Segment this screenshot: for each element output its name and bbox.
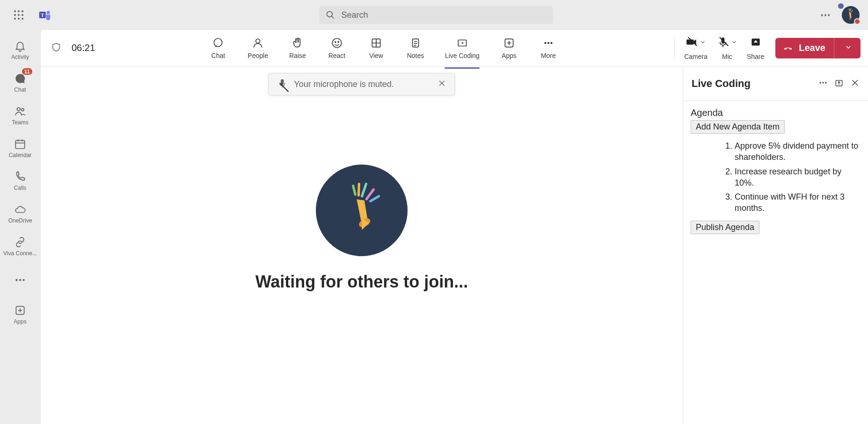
svg-text:T: T (41, 13, 44, 18)
toolbar-label: Chat (212, 52, 226, 59)
toolbar-notes[interactable]: Notes (401, 34, 430, 62)
rail-viva[interactable]: Viva Conne... (1, 231, 39, 262)
svg-point-33 (338, 41, 339, 42)
svg-point-6 (14, 18, 16, 20)
control-label: Mic (722, 53, 732, 60)
control-label: Share (747, 53, 764, 60)
panel-close-icon[interactable] (850, 78, 860, 89)
app-rail: Activity 11 Chat Teams Calendar Calls On… (0, 30, 40, 424)
rail-label: OneDrive (8, 217, 32, 224)
leave-button[interactable]: Leave (775, 38, 861, 58)
rail-label: Calls (14, 185, 27, 191)
toolbar-label: Raise (289, 52, 306, 59)
leave-label: Leave (799, 43, 825, 53)
add-agenda-button[interactable]: Add New Agenda Item (691, 120, 785, 134)
toolbar-raise[interactable]: Raise (283, 34, 312, 62)
panel-popout-icon[interactable] (834, 78, 844, 89)
toast-close-icon[interactable] (438, 79, 446, 89)
svg-point-65 (825, 82, 826, 83)
svg-point-47 (547, 42, 549, 43)
more-icon (14, 274, 26, 286)
svg-rect-49 (722, 37, 725, 43)
camera-off-icon (686, 36, 698, 50)
rail-chat[interactable]: 11 Chat (1, 67, 39, 98)
apps-add-icon (14, 304, 26, 316)
link-icon (14, 236, 26, 248)
share-control[interactable]: Share (744, 34, 767, 62)
svg-point-18 (22, 108, 24, 111)
toast-message: Your microphone is muted. (294, 79, 394, 89)
svg-rect-53 (281, 79, 284, 85)
mic-control[interactable]: Mic (714, 34, 740, 62)
toolbar-label: Live Coding (445, 52, 480, 59)
svg-point-31 (332, 38, 342, 48)
svg-point-0 (14, 10, 16, 12)
more-icon (542, 37, 554, 49)
code-video-icon (456, 37, 468, 49)
toolbar-people[interactable]: People (243, 34, 273, 62)
svg-point-2 (22, 10, 23, 12)
meeting-timer: 06:21 (72, 43, 95, 53)
svg-marker-42 (462, 42, 464, 43)
rail-activity[interactable]: Activity (1, 35, 39, 65)
rail-calls[interactable]: Calls (1, 165, 39, 196)
rail-label: Apps (14, 318, 26, 325)
toolbar-view[interactable]: View (362, 34, 391, 62)
svg-line-62 (351, 186, 357, 194)
svg-point-24 (19, 279, 21, 281)
chat-badge: 11 (22, 68, 32, 75)
toolbar-live-coding[interactable]: Live Coding (440, 34, 484, 62)
notes-icon (409, 37, 422, 49)
search-input[interactable]: Search (319, 6, 553, 24)
svg-point-7 (18, 18, 20, 20)
waiting-message: Waiting for others to join... (255, 272, 468, 292)
meeting-toolbar: 06:21 Chat People Raise React (41, 30, 868, 66)
panel-more-icon[interactable] (818, 78, 828, 89)
svg-point-29 (214, 38, 222, 46)
panel-title: Live Coding (692, 78, 812, 90)
share-screen-icon (750, 36, 762, 50)
mic-muted-toast: Your microphone is muted. (268, 73, 455, 95)
chevron-down-icon[interactable] (700, 39, 706, 47)
rail-teams[interactable]: Teams (1, 100, 39, 131)
app-launcher-icon[interactable] (13, 9, 24, 21)
svg-point-12 (327, 12, 332, 17)
svg-point-48 (550, 42, 552, 43)
toolbar-label: People (248, 52, 268, 59)
agenda-item: Increase research budget by 10%. (735, 166, 861, 189)
svg-point-8 (22, 18, 23, 20)
toolbar-divider (674, 36, 675, 60)
publish-agenda-button[interactable]: Publish Agenda (691, 221, 759, 234)
camera-control[interactable]: Camera (681, 34, 710, 62)
bell-icon (14, 40, 26, 52)
svg-point-25 (22, 279, 24, 281)
calendar-icon (14, 138, 26, 150)
toolbar-apps[interactable]: Apps (495, 34, 524, 62)
chevron-down-icon[interactable] (731, 39, 737, 47)
svg-point-5 (22, 14, 23, 16)
toolbar-chat[interactable]: Chat (204, 34, 233, 62)
svg-line-13 (331, 16, 334, 19)
svg-rect-19 (15, 140, 25, 148)
user-avatar[interactable] (842, 6, 860, 24)
rail-apps[interactable]: Apps (1, 297, 39, 332)
rail-onedrive[interactable]: OneDrive (1, 198, 39, 229)
shield-icon[interactable] (51, 41, 61, 55)
settings-more-icon[interactable]: ⋯ (820, 9, 832, 21)
svg-point-30 (256, 39, 260, 43)
chevron-down-icon[interactable] (840, 43, 857, 53)
rail-label: Calendar (9, 152, 32, 158)
svg-point-1 (18, 10, 20, 12)
rail-more[interactable] (1, 265, 39, 295)
meeting-stage: Your microphone is muted. Waiting for ot… (41, 66, 683, 424)
toolbar-more[interactable]: More (534, 34, 563, 62)
teams-logo-icon[interactable]: T (38, 8, 51, 22)
presence-busy-icon (854, 18, 861, 25)
toolbar-react[interactable]: React (322, 34, 351, 62)
rail-label: Chat (14, 86, 26, 93)
person-icon (252, 37, 264, 49)
svg-point-23 (15, 279, 17, 281)
rail-calendar[interactable]: Calendar (1, 133, 39, 164)
rail-label: Viva Conne... (3, 250, 37, 257)
control-label: Camera (684, 53, 708, 60)
